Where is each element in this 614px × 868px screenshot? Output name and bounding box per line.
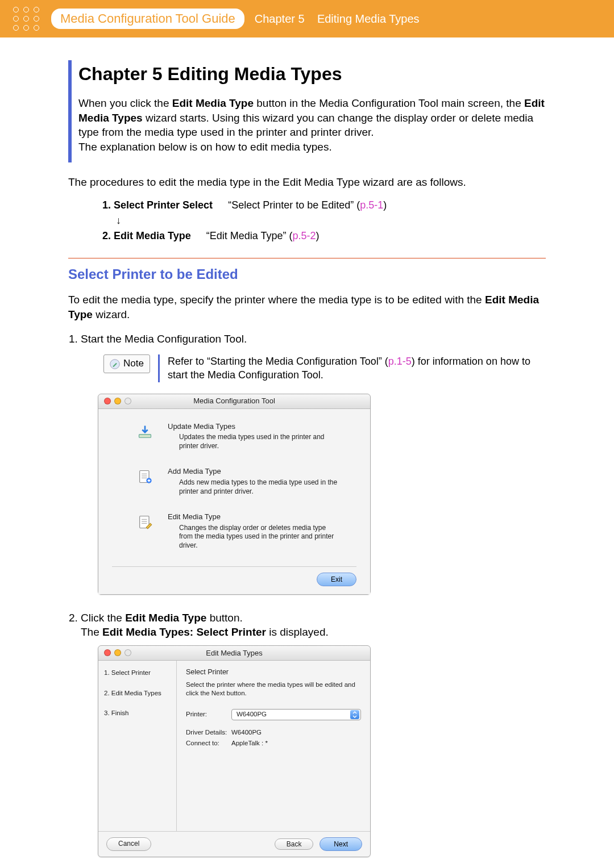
link-p1-5[interactable]: p.1-5 <box>388 356 412 367</box>
link-p5-2[interactable]: p.5-2 <box>292 230 316 241</box>
wizard-footer: Cancel Back Next <box>98 831 370 857</box>
printer-field: Printer: W6400PG <box>186 709 361 720</box>
wizard-sidebar: 1. Select Printer 2. Edit Media Types 3.… <box>98 661 177 831</box>
edit-document-icon <box>135 512 155 532</box>
add-media-type-row[interactable]: Add Media Type Adds new media types to t… <box>112 466 356 496</box>
sidebar-step-2: 2. Edit Media Types <box>104 689 171 698</box>
minimize-icon[interactable] <box>114 398 121 404</box>
download-icon <box>135 422 155 442</box>
breadcrumb: Chapter 5 Editing Media Types <box>255 12 420 26</box>
guide-title-pill: Media Configuration Tool Guide <box>51 9 244 29</box>
section-title: Select Printer to be Edited <box>68 266 546 282</box>
wizard-main: Select Printer Select the printer where … <box>177 661 370 831</box>
add-document-icon <box>135 466 155 487</box>
breadcrumb-title: Editing Media Types <box>317 12 420 25</box>
note-text: Refer to “Starting the Media Configurati… <box>168 354 546 382</box>
chapter-intro: When you click the Edit Media Type butto… <box>78 96 546 155</box>
procedure-item-2: 2. Edit Media Type “Edit Media Type” (p.… <box>102 230 546 242</box>
svg-rect-1 <box>139 434 151 437</box>
link-p5-1[interactable]: p.5-1 <box>360 199 383 211</box>
connect-to-row: Connect to: AppleTalk : * <box>186 739 361 748</box>
procedure-item-1: 1. Select Printer Select “Select Printer… <box>102 199 546 211</box>
panel-instruction: Select the printer where the media types… <box>186 681 361 698</box>
pencil-icon <box>110 359 120 369</box>
minimize-icon[interactable] <box>114 649 121 656</box>
close-icon[interactable] <box>104 398 111 404</box>
back-button[interactable]: Back <box>275 838 314 850</box>
section-lead: To edit the media type, specify the prin… <box>68 293 546 322</box>
down-arrow-icon: ↓ <box>116 215 546 227</box>
window-titlebar: Edit Media Types <box>98 646 370 661</box>
media-config-tool-window: Media Configuration Tool Update Media Ty… <box>98 394 371 595</box>
procedures-lead: The procedures to edit the media type in… <box>68 175 546 190</box>
step-1: Start the Media Configuration Tool. Note… <box>81 332 546 594</box>
note-separator <box>158 354 160 382</box>
traffic-lights-icon <box>104 649 131 656</box>
next-button[interactable]: Next <box>320 837 362 851</box>
step-list: Start the Media Configuration Tool. Note… <box>81 332 546 857</box>
window-title: Media Configuration Tool <box>98 396 370 406</box>
section-divider <box>68 258 546 258</box>
chevron-updown-icon <box>350 710 359 719</box>
procedure-list: 1. Select Printer Select “Select Printer… <box>102 199 546 242</box>
top-bar: Media Configuration Tool Guide Chapter 5… <box>0 0 614 37</box>
page: Media Configuration Tool Guide Chapter 5… <box>0 0 614 868</box>
chapter-title: Chapter 5 Editing Media Types <box>78 64 546 85</box>
close-icon[interactable] <box>104 649 111 656</box>
exit-button[interactable]: Exit <box>317 573 356 586</box>
step-2: Click the Edit Media Type button. The Ed… <box>81 611 546 857</box>
edit-media-type-row[interactable]: Edit Media Type Changes the display orde… <box>112 512 356 550</box>
nav-dots-icon <box>0 0 45 37</box>
zoom-icon[interactable] <box>125 398 131 404</box>
sidebar-step-1: 1. Select Printer <box>104 669 171 678</box>
breadcrumb-chapter: Chapter 5 <box>255 12 305 25</box>
update-media-types-row[interactable]: Update Media Types Updates the media typ… <box>112 422 356 451</box>
printer-dropdown[interactable]: W6400PG <box>231 709 361 720</box>
zoom-icon[interactable] <box>125 649 131 656</box>
driver-details-row: Driver Details: W6400PG <box>186 728 361 737</box>
note-block: Note Refer to “Starting the Media Config… <box>103 354 546 382</box>
window-title: Edit Media Types <box>98 648 370 658</box>
chapter-header: Chapter 5 Editing Media Types When you c… <box>68 60 546 162</box>
traffic-lights-icon <box>104 398 131 404</box>
sidebar-step-3: 3. Finish <box>104 709 171 718</box>
content: Chapter 5 Editing Media Types When you c… <box>68 60 546 857</box>
window-titlebar: Media Configuration Tool <box>98 394 370 409</box>
note-badge: Note <box>103 354 150 373</box>
panel-header: Select Printer <box>186 667 361 677</box>
edit-media-types-window: Edit Media Types 1. Select Printer 2. Ed… <box>98 645 371 857</box>
cancel-button[interactable]: Cancel <box>106 837 151 851</box>
